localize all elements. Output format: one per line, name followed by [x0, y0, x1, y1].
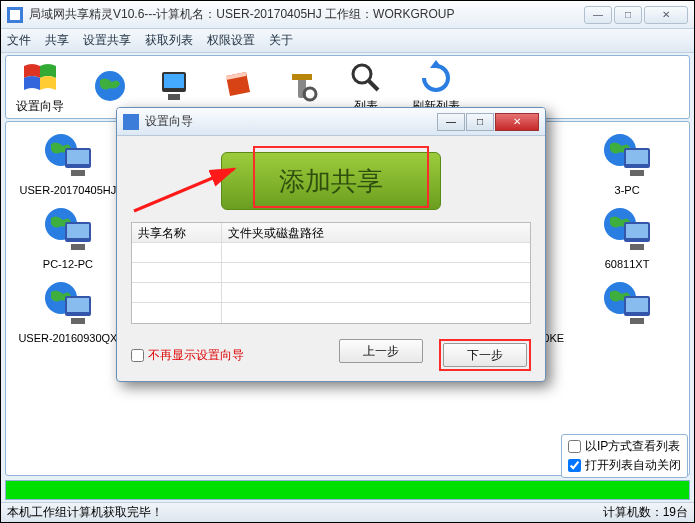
- computer-item[interactable]: USER-20170405HJ: [16, 132, 120, 196]
- computer-globe-icon: [600, 206, 654, 254]
- dialog-title: 设置向导: [145, 113, 436, 130]
- globe-icon: [92, 68, 128, 104]
- dialog-minimize-button[interactable]: —: [437, 113, 465, 131]
- tool-book[interactable]: [220, 68, 256, 106]
- computer-globe-icon: [600, 132, 654, 180]
- computer-item[interactable]: PC-12-PC: [16, 206, 120, 270]
- windows-flag-icon: [22, 60, 58, 96]
- minimize-button[interactable]: —: [584, 6, 612, 24]
- computer-count: 计算机数：19台: [603, 504, 688, 521]
- tool-tools[interactable]: [284, 68, 320, 106]
- statusbar: 本机工作组计算机获取完毕！ 计算机数：19台: [1, 502, 694, 522]
- table-row[interactable]: [132, 263, 530, 283]
- svg-rect-5: [168, 94, 180, 100]
- svg-rect-32: [626, 150, 648, 164]
- svg-rect-56: [626, 224, 648, 238]
- refresh-icon: [418, 60, 454, 96]
- menubar: 文件 共享 设置共享 获取列表 权限设置 关于: [1, 29, 694, 53]
- tool-globe[interactable]: [92, 68, 128, 106]
- svg-rect-13: [71, 170, 85, 176]
- dialog-icon: [123, 114, 139, 130]
- computer-label: USER-20160930QX: [18, 332, 117, 344]
- auto-close-checkbox[interactable]: 打开列表自动关闭: [568, 457, 681, 474]
- computer-icon: [156, 68, 192, 104]
- wizard-dialog: 设置向导 — □ ✕ 添加共享 共享名称 文件夹或磁盘路径 不再显示设置向导 上…: [116, 107, 546, 382]
- dialog-maximize-button[interactable]: □: [466, 113, 494, 131]
- svg-rect-4: [164, 74, 184, 88]
- menu-permissions[interactable]: 权限设置: [207, 32, 255, 49]
- svg-rect-80: [626, 298, 648, 312]
- computer-globe-icon: [41, 132, 95, 180]
- svg-rect-33: [630, 170, 644, 176]
- menu-file[interactable]: 文件: [7, 32, 31, 49]
- magnifier-icon: [348, 60, 384, 96]
- computer-item[interactable]: USER-20160930QX: [16, 280, 120, 344]
- tool-computer[interactable]: [156, 68, 192, 106]
- computer-item[interactable]: 60811XT: [575, 206, 679, 270]
- table-row[interactable]: [132, 243, 530, 263]
- dialog-titlebar: 设置向导 — □ ✕: [117, 108, 545, 136]
- computer-globe-icon: [600, 280, 654, 328]
- menu-about[interactable]: 关于: [269, 32, 293, 49]
- computer-label: 3-PC: [615, 184, 640, 196]
- main-titlebar: 局域网共享精灵V10.6---计算机名：USER-20170405HJ 工作组：…: [1, 1, 694, 29]
- ip-view-checkbox[interactable]: 以IP方式查看列表: [568, 438, 681, 455]
- computer-globe-icon: [41, 280, 95, 328]
- view-options: 以IP方式查看列表 打开列表自动关闭: [561, 434, 688, 478]
- dialog-close-button[interactable]: ✕: [495, 113, 539, 131]
- menu-share[interactable]: 共享: [45, 32, 69, 49]
- computer-label: 60811XT: [605, 258, 650, 270]
- progress-bar: [5, 480, 690, 500]
- computer-globe-icon: [41, 206, 95, 254]
- table-row[interactable]: [132, 283, 530, 303]
- add-share-button[interactable]: 添加共享: [221, 152, 441, 210]
- computer-item[interactable]: 3-PC: [575, 132, 679, 196]
- svg-rect-37: [71, 244, 85, 250]
- computer-label: PC-12-PC: [43, 258, 93, 270]
- svg-rect-82: [123, 114, 139, 130]
- menu-get-list[interactable]: 获取列表: [145, 32, 193, 49]
- app-icon: [7, 7, 23, 23]
- svg-line-9: [369, 81, 378, 90]
- table-header: 共享名称 文件夹或磁盘路径: [132, 223, 530, 243]
- computer-item[interactable]: [575, 280, 679, 344]
- status-text: 本机工作组计算机获取完毕！: [7, 504, 163, 521]
- tools-icon: [284, 68, 320, 104]
- svg-rect-1: [10, 10, 20, 20]
- highlight-marker: 下一步: [439, 339, 531, 371]
- next-button[interactable]: 下一步: [443, 343, 527, 367]
- share-table: 共享名称 文件夹或磁盘路径: [131, 222, 531, 324]
- col-share-path: 文件夹或磁盘路径: [222, 223, 530, 242]
- book-icon: [220, 68, 256, 104]
- maximize-button[interactable]: □: [614, 6, 642, 24]
- svg-rect-81: [630, 318, 644, 324]
- close-button[interactable]: ✕: [644, 6, 688, 24]
- tool-wizard[interactable]: 设置向导: [16, 60, 64, 115]
- svg-rect-57: [630, 244, 644, 250]
- tool-label: 设置向导: [16, 98, 64, 115]
- prev-button[interactable]: 上一步: [339, 339, 423, 363]
- svg-rect-36: [67, 224, 89, 238]
- window-title: 局域网共享精灵V10.6---计算机名：USER-20170405HJ 工作组：…: [29, 6, 584, 23]
- svg-point-8: [353, 65, 371, 83]
- svg-rect-60: [67, 298, 89, 312]
- svg-rect-12: [67, 150, 89, 164]
- col-share-name: 共享名称: [132, 223, 222, 242]
- table-row[interactable]: [132, 303, 530, 323]
- dont-show-checkbox[interactable]: 不再显示设置向导: [131, 347, 244, 364]
- menu-set-share[interactable]: 设置共享: [83, 32, 131, 49]
- svg-rect-61: [71, 318, 85, 324]
- computer-label: USER-20170405HJ: [20, 184, 117, 196]
